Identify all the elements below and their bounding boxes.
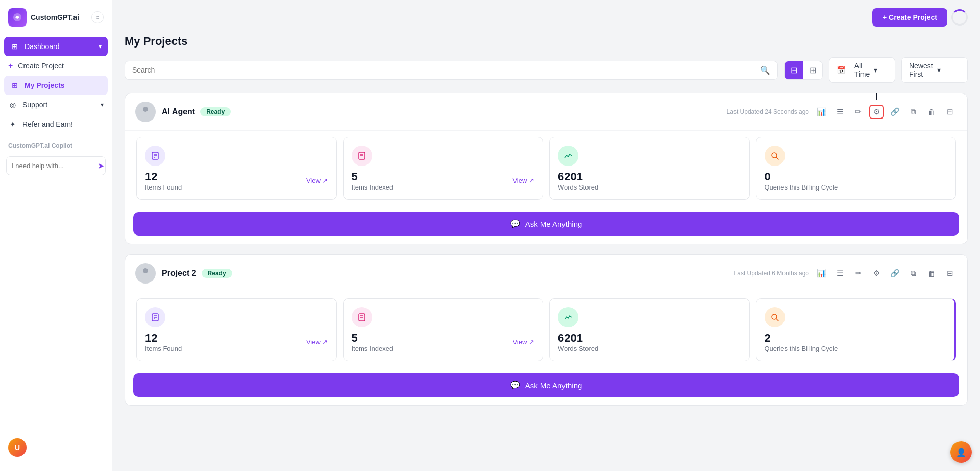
sidebar-item-dashboard[interactable]: ⊞ Dashboard ▾ [4, 37, 108, 56]
project-actions-project2: 📊 ☰ ✏ ⚙ 🔗 ⧉ 🗑 ⊟ [814, 266, 957, 280]
loading-spinner [951, 9, 968, 26]
words-stored-icon [558, 146, 578, 166]
ask-anything-button-ai-agent[interactable]: 💬 Ask Me Anything [133, 212, 959, 236]
copilot-section-title: CustomGPT.ai Copilot [0, 134, 112, 152]
chat-icon: 💬 [510, 219, 520, 228]
stat-items-indexed-p2: 5 Items Indexed View ↗ [343, 298, 544, 361]
logo-text: CustomGPT.ai [31, 13, 79, 21]
gift-icon: ✦ [8, 120, 17, 129]
svg-line-22 [776, 319, 778, 321]
user-avatar-area: U [0, 432, 112, 463]
words-stored-value: 6201 [558, 170, 598, 183]
items-indexed-view-link[interactable]: View ↗ [512, 177, 534, 184]
sidebar-item-refer[interactable]: ✦ Refer and Earn! [0, 114, 112, 134]
table-action-icon-p2[interactable]: ☰ [832, 266, 847, 280]
chart-action-icon-p2[interactable]: 📊 [814, 266, 828, 280]
pencil-action-icon-p2[interactable]: ✏ [851, 266, 865, 280]
stat-words-stored-p2: 6201 Words Stored [549, 298, 750, 361]
stat-queries-ai-agent: 0 Queries this Billing Cycle [756, 137, 957, 200]
chart-action-icon[interactable]: 📊 [814, 105, 828, 119]
sidebar-item-support[interactable]: ◎ Support ▾ [0, 95, 112, 114]
sidebar: CustomGPT.ai ○ ⊞ Dashboard ▾ + Create Pr… [0, 0, 112, 471]
time-filter-label: All Time [854, 62, 870, 78]
project-avatar-ai-agent [135, 102, 156, 122]
support-label: Support [22, 101, 47, 109]
stat-footer-queries: 0 Queries this Billing Cycle [765, 170, 948, 191]
chevron-down-icon: ▾ [99, 43, 102, 50]
ask-anything-button-project2[interactable]: 💬 Ask Me Anything [133, 373, 959, 397]
stat-items-found-p2: 12 Items Found View ↗ [136, 298, 337, 361]
sort-filter-dropdown[interactable]: Newest First ▾ [901, 57, 968, 83]
items-found-value-p2: 12 [145, 332, 182, 345]
floating-avatar-area: 👤 [950, 441, 972, 463]
project-card-ai-agent: AI Agent Ready Last Updated 24 Seconds a… [125, 93, 968, 244]
trash-action-icon-p2[interactable]: 🗑 [924, 266, 939, 280]
floating-user-avatar[interactable]: 👤 [950, 441, 972, 463]
time-filter-dropdown[interactable]: 📅 All Time ▾ [829, 57, 895, 83]
items-found-label: Items Found [145, 183, 182, 191]
items-indexed-icon-p2 [352, 307, 372, 327]
items-indexed-view-link-p2[interactable]: View ↗ [512, 338, 534, 346]
archive-action-icon[interactable]: ⊟ [943, 105, 957, 119]
trash-action-icon[interactable]: 🗑 [924, 105, 939, 119]
items-found-value: 12 [145, 170, 182, 183]
settings-action-icon[interactable]: ⚙ [869, 105, 884, 119]
items-indexed-value: 5 [352, 170, 394, 183]
plus-icon: + [8, 61, 13, 70]
sort-filter-chevron-icon: ▾ [937, 66, 960, 74]
items-found-icon [145, 146, 165, 166]
project-status-project2: Ready [202, 269, 232, 278]
my-projects-label: My Projects [24, 81, 65, 89]
copilot-input-area[interactable]: ➤ [6, 156, 106, 175]
copy-action-icon-p2[interactable]: ⧉ [906, 266, 920, 280]
create-project-label: Create Project [18, 62, 63, 70]
project-meta-ai-agent: Last Updated 24 Seconds ago 📊 ☰ ✏ ⚙ 🔗 ⧉ … [727, 105, 957, 119]
link-action-icon[interactable]: 🔗 [888, 105, 902, 119]
topbar: + Create Project [125, 0, 968, 35]
link-action-icon-p2[interactable]: 🔗 [888, 266, 902, 280]
svg-line-11 [776, 157, 778, 159]
queries-value: 0 [765, 170, 838, 183]
search-wrapper[interactable]: 🔍 [125, 61, 778, 80]
project-name-project2: Project 2 [162, 269, 197, 278]
sort-filter-label: Newest First [909, 62, 933, 78]
words-stored-icon-p2 [558, 307, 578, 327]
search-input[interactable] [132, 66, 760, 74]
last-updated-ai-agent: Last Updated 24 Seconds ago [727, 108, 809, 115]
words-stored-label-p2: Words Stored [558, 345, 598, 352]
items-indexed-label-p2: Items Indexed [352, 345, 394, 352]
user-avatar: U [8, 438, 27, 457]
project-header-project2: Project 2 Ready Last Updated 6 Months ag… [125, 255, 967, 292]
project-actions-ai-agent: 📊 ☰ ✏ ⚙ 🔗 ⧉ 🗑 ⊟ [814, 105, 957, 119]
list-view-button[interactable]: ⊟ [785, 61, 803, 79]
copilot-send-icon[interactable]: ➤ [97, 161, 104, 171]
grid-view-button[interactable]: ⊞ [803, 61, 822, 79]
stat-footer-words-stored: 6201 Words Stored [558, 170, 741, 191]
view-toggle: ⊟ ⊞ [784, 61, 823, 80]
pencil-action-icon[interactable]: ✏ [851, 105, 865, 119]
items-found-view-link-p2[interactable]: View ↗ [306, 338, 328, 346]
queries-label: Queries this Billing Cycle [765, 183, 838, 191]
ask-anything-label-p2: Ask Me Anything [525, 381, 582, 390]
stat-footer-queries-p2: 2 Queries this Billing Cycle [765, 332, 947, 352]
create-project-button[interactable]: + Create Project [872, 8, 947, 27]
items-found-view-link[interactable]: View ↗ [306, 177, 328, 184]
items-indexed-value-p2: 5 [352, 332, 394, 345]
project-name-ai-agent: AI Agent [162, 107, 195, 116]
stat-words-stored-ai-agent: 6201 Words Stored [549, 137, 750, 200]
sidebar-item-create-project[interactable]: + Create Project [0, 56, 112, 76]
sidebar-label-dashboard: Dashboard [24, 42, 60, 51]
archive-action-icon-p2[interactable]: ⊟ [943, 266, 957, 280]
items-found-icon-p2 [145, 307, 165, 327]
queries-icon-p2 [765, 307, 785, 327]
folder-icon: ⊞ [10, 81, 19, 90]
settings-action-icon-p2[interactable]: ⚙ [869, 266, 884, 280]
sidebar-item-my-projects[interactable]: ⊞ My Projects [4, 76, 108, 95]
copilot-input[interactable] [12, 162, 97, 170]
project-header-ai-agent: AI Agent Ready Last Updated 24 Seconds a… [125, 93, 967, 131]
notification-bell[interactable]: ○ [91, 11, 104, 23]
stat-footer-items-found-p2: 12 Items Found View ↗ [145, 332, 328, 352]
stat-queries-p2: 2 Queries this Billing Cycle [756, 298, 957, 361]
table-action-icon[interactable]: ☰ [832, 105, 847, 119]
copy-action-icon[interactable]: ⧉ [906, 105, 920, 119]
